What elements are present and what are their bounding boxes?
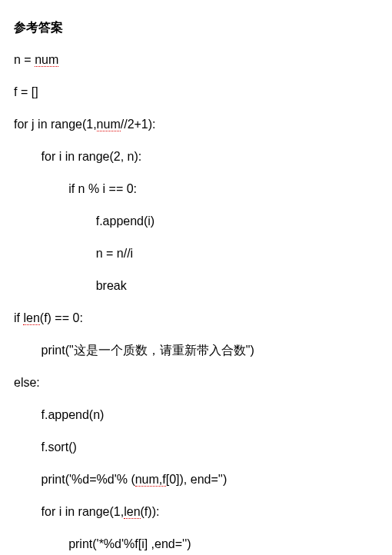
code-line-2: for j in range(1,num//2+1): [14, 115, 378, 134]
code-line-12: f.sort() [14, 438, 378, 457]
code-line-4: if n % i == 0: [14, 180, 378, 198]
code-line-8: if len(f) == 0: [14, 309, 378, 327]
code-line-5: f.append(i) [14, 212, 378, 231]
spellcheck-underline: num [35, 53, 58, 67]
code-line-15: print('*%d'%f[i] ,end='') [14, 535, 378, 553]
code-line-13: print('%d=%d'% (num,f[0]), end='') [14, 470, 378, 489]
spellcheck-underline: num,f [135, 473, 166, 487]
code-line-7: break [14, 277, 378, 295]
code-line-14: for i in range(1,len(f)): [14, 503, 378, 521]
code-line-9: print("这是一个质数，请重新带入合数") [14, 341, 378, 360]
spellcheck-underline: len [23, 311, 39, 325]
spellcheck-underline: num [97, 118, 121, 131]
code-line-6: n = n//i [14, 244, 378, 263]
code-line-0: n = num [14, 51, 378, 69]
code-line-11: f.append(n) [14, 406, 378, 424]
code-block: n = numf = []for j in range(1,num//2+1):… [14, 51, 378, 553]
code-line-3: for i in range(2, n): [14, 148, 378, 166]
code-line-1: f = [] [14, 83, 378, 101]
code-line-10: else: [14, 374, 378, 392]
spellcheck-underline: len [124, 505, 140, 519]
answer-title: 参考答案 [14, 18, 378, 37]
